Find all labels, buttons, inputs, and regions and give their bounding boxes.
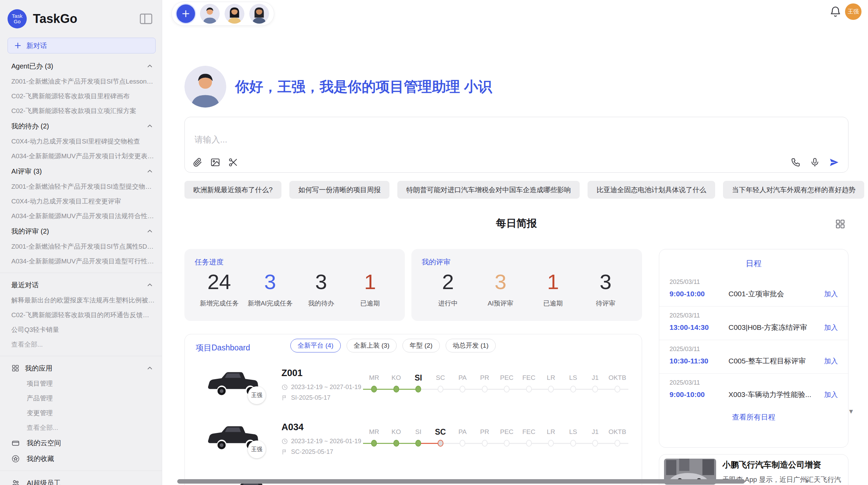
suggestion-chip[interactable]: 比亚迪全固态电池计划具体说了什么 bbox=[588, 181, 715, 199]
sidebar-item[interactable]: C0X4-动力总成开发项目工程变更评审 bbox=[0, 194, 162, 209]
sidebar-item[interactable]: C02-飞腾新能源轻客改款项目的闭环通告反馈情况 bbox=[0, 308, 162, 322]
stat-card-title: 任务进度 bbox=[195, 257, 395, 267]
agent-avatar-2[interactable] bbox=[225, 4, 244, 24]
chevron-up-icon bbox=[146, 62, 154, 70]
horizontal-scrollbar-thumb[interactable] bbox=[177, 479, 745, 484]
sidebar-app-item[interactable]: 项目管理 bbox=[0, 376, 162, 391]
schedule-event-title: C001-立项审批会 bbox=[728, 289, 819, 299]
notification-bell-icon[interactable] bbox=[829, 5, 842, 18]
join-meeting-link[interactable]: 加入 bbox=[824, 357, 838, 366]
join-meeting-link[interactable]: 加入 bbox=[824, 323, 838, 332]
dashboard-filter-pill[interactable]: 全新平台 (4) bbox=[290, 339, 341, 352]
sidebar-item[interactable]: A034-全新新能源MUV产品开发项目造型可行性评审 bbox=[0, 254, 162, 269]
milestone-station: LS bbox=[562, 373, 584, 397]
sidebar-item[interactable]: Z001-全新燃油轻卡产品开发项目SI造型提交物评审 bbox=[0, 179, 162, 194]
milestone-node bbox=[415, 440, 421, 447]
sidebar-section-header[interactable]: 我的评审 (2) bbox=[0, 223, 162, 239]
metric-label: 已逾期 bbox=[350, 299, 391, 308]
dashboard-filter-pill[interactable]: 年型 (2) bbox=[402, 339, 440, 352]
milestone-station: PA bbox=[451, 427, 474, 451]
sidebar-section-header[interactable]: 我的应用 bbox=[0, 360, 162, 376]
sidebar-section-header[interactable]: Agent已办 (3) bbox=[0, 58, 162, 74]
chevron-up-icon bbox=[146, 167, 154, 175]
image-icon[interactable] bbox=[210, 157, 220, 167]
schedule-time: 13:00-14:30 bbox=[670, 323, 728, 332]
metric-label: 新增AI完成任务 bbox=[248, 299, 293, 308]
section-title: Agent已办 (3) bbox=[11, 62, 53, 71]
join-meeting-link[interactable]: 加入 bbox=[824, 390, 838, 399]
schedule-event-title: C003|H0B-方案冻结评审 bbox=[728, 323, 819, 332]
agent-avatar-1[interactable] bbox=[200, 4, 220, 24]
milestone-node-area bbox=[430, 437, 452, 451]
view-all-conversations[interactable]: 查看全部... bbox=[0, 337, 162, 352]
new-chat-button[interactable]: 新对话 bbox=[8, 38, 156, 53]
join-meeting-link[interactable]: 加入 bbox=[824, 289, 838, 299]
view-all-schedule-link[interactable]: 查看所有日程 bbox=[659, 407, 848, 427]
milestone-node bbox=[570, 386, 576, 393]
dashboard-title: 项目Dashboard bbox=[196, 343, 250, 353]
sidebar-section-header[interactable]: 最近对话 bbox=[0, 277, 162, 293]
add-agent-button[interactable] bbox=[177, 4, 195, 23]
milestone-node bbox=[437, 386, 443, 393]
suggestion-chip[interactable]: 如何写一份清晰的项目周报 bbox=[289, 181, 389, 199]
sidebar-item[interactable]: C02-飞腾新能源轻客改款项目立项汇报方案 bbox=[0, 103, 162, 118]
sidebar-item[interactable]: Z001-全新燃油轻卡产品开发项目SI节点属性5D文件评审 bbox=[0, 239, 162, 254]
milestone-node-area bbox=[474, 437, 496, 451]
milestone-label: KO bbox=[391, 427, 401, 437]
sidebar-item-ai-staff[interactable]: AI超级员工 bbox=[0, 475, 162, 485]
milestone-node bbox=[548, 386, 554, 393]
sidebar-item-favorites[interactable]: 我的收藏 bbox=[0, 451, 162, 467]
sidebar-item[interactable]: 公司Q3轻卡销量 bbox=[0, 322, 162, 337]
sidebar-section-header[interactable]: AI评审 (3) bbox=[0, 163, 162, 179]
milestone-node-area bbox=[518, 437, 540, 451]
project-dates: 2023-12-19 ~ 2026-01-19 bbox=[281, 438, 361, 445]
sidebar-item[interactable]: Z001-全新燃油皮卡产品开发项目SI节点Lesson Learn报告 bbox=[0, 74, 162, 89]
microphone-icon[interactable] bbox=[810, 157, 820, 167]
sidebar-item[interactable]: C02-飞腾新能源轻客改款项目里程碑画布 bbox=[0, 89, 162, 103]
suggestion-chip[interactable]: 欧洲新规最近颁布了什么? bbox=[184, 181, 281, 199]
sidebar-item[interactable]: A034-全新新能源MUV产品开发项目法规符合性评审 bbox=[0, 209, 162, 223]
user-avatar[interactable]: 王强 bbox=[845, 3, 861, 20]
send-icon[interactable] bbox=[829, 157, 839, 167]
stat-metric: 1已逾期 bbox=[350, 270, 391, 308]
sidebar-divider bbox=[0, 356, 162, 356]
sidebar-app-item[interactable]: 变更管理 bbox=[0, 406, 162, 420]
milestone-label: KO bbox=[391, 373, 401, 383]
dashboard-filter-pill[interactable]: 动总开发 (1) bbox=[446, 339, 496, 352]
dashboard-filter-pill[interactable]: 全新上装 (3) bbox=[347, 339, 397, 352]
milestone-station: J1 bbox=[584, 427, 606, 451]
agent-avatar-3[interactable] bbox=[249, 4, 269, 24]
schedule-time: 10:30-11:30 bbox=[670, 357, 728, 365]
view-all-apps[interactable]: 查看全部... bbox=[0, 420, 162, 435]
milestone-station: LS bbox=[562, 427, 584, 451]
milestone-node-area bbox=[606, 437, 629, 451]
sidebar-item[interactable]: A034-全新新能源MUV产品开发项目计划变更表编写 bbox=[0, 149, 162, 163]
milestone-label: LS bbox=[569, 427, 577, 437]
sidebar-item-cloud-space[interactable]: 我的云空间 bbox=[0, 435, 162, 451]
milestone-label: MR bbox=[369, 373, 379, 383]
scroll-right-arrow[interactable]: ▸ bbox=[806, 476, 810, 485]
metric-label: 新增完成任务 bbox=[198, 299, 240, 308]
chevron-up-icon bbox=[146, 122, 154, 130]
sidebar-item[interactable]: C0X4-动力总成开发项目SI里程碑提交物检查 bbox=[0, 134, 162, 149]
sidebar-section-header[interactable]: 我的待办 (2) bbox=[0, 118, 162, 134]
suggestion-chip[interactable]: 特朗普可能对进口汽车增税会对中国车企造成哪些影响 bbox=[397, 181, 580, 199]
project-dates: 2023-12-19 ~ 2027-01-19 bbox=[281, 384, 361, 391]
stat-card: 我的评审2进行中3AI预评审1已逾期3待评审 bbox=[411, 249, 642, 321]
project-dates-text: 2023-12-19 ~ 2027-01-19 bbox=[291, 384, 361, 391]
suggestion-chip[interactable]: 当下年轻人对汽车外观有怎样的喜好趋势 bbox=[723, 181, 864, 199]
sidebar-item[interactable]: 解释最新出台的欧盟报废车法规再生塑料比例被调至15%... bbox=[0, 293, 162, 308]
message-input[interactable] bbox=[194, 134, 606, 145]
milestone-node bbox=[482, 440, 487, 447]
sidebar-app-item[interactable]: 产品管理 bbox=[0, 391, 162, 406]
milestone-node-area bbox=[407, 383, 430, 397]
sidebar-collapse-icon[interactable] bbox=[139, 13, 153, 24]
scroll-down-arrow[interactable]: ▾ bbox=[849, 407, 853, 416]
layout-grid-icon[interactable] bbox=[835, 219, 846, 229]
milestone-node bbox=[482, 386, 487, 393]
scissors-icon[interactable] bbox=[228, 157, 238, 167]
paperclip-icon[interactable] bbox=[192, 157, 203, 167]
phone-icon[interactable] bbox=[791, 157, 801, 167]
milestone-station: J1 bbox=[584, 373, 606, 397]
milestone-label: PR bbox=[480, 373, 489, 383]
